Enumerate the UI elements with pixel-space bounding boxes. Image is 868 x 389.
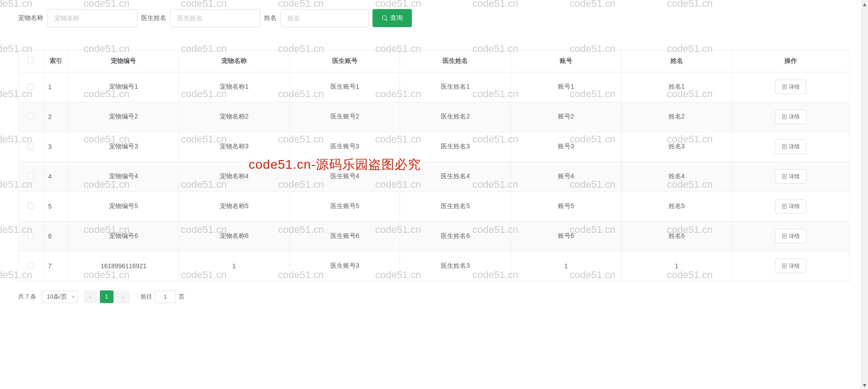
detail-button[interactable]: 详情 (775, 229, 807, 243)
cell-name: 姓名5 (621, 191, 732, 221)
row-checkbox[interactable] (28, 143, 34, 149)
jump-prefix: 前往 (141, 293, 152, 301)
doctor-input[interactable] (170, 9, 260, 27)
row-checkbox[interactable] (28, 113, 34, 119)
label-name: 姓名 (264, 14, 277, 22)
table-header-row: 索引 宠物编号 宠物名称 医生账号 医生姓名 账号 姓名 操作 (19, 50, 849, 72)
document-icon (782, 263, 787, 269)
th-doctoracc: 医生账号 (289, 50, 400, 72)
detail-button[interactable]: 详情 (775, 109, 807, 124)
table-row: 5宠物编号5宠物名称5医生账号5医生姓名5账号5姓名5详情 (19, 191, 849, 221)
cell-petname: 1 (179, 251, 290, 281)
detail-button[interactable]: 详情 (775, 139, 807, 154)
cell-doctoracc: 医生账号2 (289, 102, 400, 132)
search-item-petname: 宠物名称 (18, 9, 137, 27)
scroll-up-arrow[interactable]: ▴ (862, 0, 867, 8)
detail-label: 详情 (789, 232, 800, 240)
th-doctorname: 医生姓名 (400, 50, 511, 72)
cell-doctoracc: 医生账号3 (289, 251, 400, 281)
cell-account: 1 (511, 251, 622, 281)
cell-doctoracc: 医生账号6 (289, 221, 400, 251)
detail-button[interactable]: 详情 (775, 80, 807, 94)
document-icon (782, 174, 787, 179)
jump-input[interactable] (155, 290, 176, 303)
total-text: 共 7 条 (18, 293, 36, 301)
row-checkbox[interactable] (28, 262, 34, 269)
cell-doctoracc: 医生账号4 (289, 161, 400, 191)
prev-page-button[interactable]: ‹ (84, 290, 97, 303)
watermark-text: code51.cn (667, 0, 713, 9)
detail-label: 详情 (789, 113, 800, 121)
cell-petname: 宠物名称4 (179, 161, 290, 191)
detail-label: 详情 (789, 83, 800, 91)
chevron-down-icon: ▾ (72, 294, 75, 300)
scrollbar[interactable]: ▴ ▾ (861, 0, 868, 312)
row-checkbox[interactable] (28, 203, 34, 209)
jump-suffix: 页 (179, 293, 184, 301)
cell-petname: 宠物名称3 (179, 132, 290, 161)
cell-index: 6 (43, 221, 68, 251)
cell-name: 1 (621, 251, 732, 281)
th-index: 索引 (43, 50, 68, 72)
cell-petno: 宠物编号6 (68, 221, 179, 251)
cell-account: 账号4 (511, 161, 622, 191)
watermark-text: code51.cn (0, 0, 33, 9)
search-button[interactable]: 查询 (373, 9, 412, 27)
cell-account: 账号1 (511, 72, 622, 102)
document-icon (782, 114, 787, 119)
table-row: 4宠物编号4宠物名称4医生账号4医生姓名4账号4姓名4详情 (19, 161, 849, 191)
watermark-text: code51.cn (181, 0, 227, 9)
th-op: 操作 (732, 50, 849, 72)
cell-petno: 1618996116921 (68, 251, 179, 281)
cell-doctorname: 医生姓名6 (400, 221, 511, 251)
page-size-value: 10条/页 (47, 293, 66, 301)
cell-index: 1 (43, 72, 68, 102)
cell-index: 7 (43, 251, 68, 281)
detail-label: 详情 (789, 262, 800, 270)
cell-doctoracc: 医生账号5 (289, 191, 400, 221)
th-petno: 宠物编号 (68, 50, 179, 72)
cell-doctorname: 医生姓名4 (400, 161, 511, 191)
cell-doctorname: 医生姓名3 (400, 251, 511, 281)
select-all-checkbox[interactable] (28, 57, 34, 63)
cell-petname: 宠物名称2 (179, 102, 290, 132)
th-petname: 宠物名称 (179, 50, 290, 72)
cell-name: 姓名4 (621, 161, 732, 191)
watermark-text: code51.cn (375, 0, 421, 9)
cell-doctoracc: 医生账号1 (289, 72, 400, 102)
cell-petno: 宠物编号5 (68, 191, 179, 221)
pagination: 共 7 条 10条/页 ▾ ‹ 1 › 前往 页 (18, 290, 850, 303)
search-item-name: 姓名 (264, 9, 369, 27)
cell-doctorname: 医生姓名2 (400, 102, 511, 132)
search-icon (382, 15, 388, 21)
search-button-label: 查询 (390, 14, 403, 22)
cell-petno: 宠物编号3 (68, 132, 179, 161)
next-page-button[interactable]: › (116, 290, 130, 303)
watermark-text: code51.cn (472, 0, 519, 9)
page-size-select[interactable]: 10条/页 ▾ (42, 290, 78, 303)
detail-button[interactable]: 详情 (775, 169, 807, 184)
cell-name: 姓名6 (621, 221, 732, 251)
row-checkbox[interactable] (28, 83, 34, 90)
detail-button[interactable]: 详情 (775, 259, 807, 273)
petname-input[interactable] (47, 9, 137, 27)
name-input[interactable] (280, 9, 369, 27)
page-1[interactable]: 1 (100, 290, 113, 303)
table-row: 716189961169211医生账号3医生姓名311详情 (19, 251, 849, 281)
detail-button[interactable]: 详情 (775, 199, 807, 213)
row-checkbox[interactable] (28, 232, 34, 239)
search-bar: 宠物名称 医生姓名 姓名 查询 (18, 9, 850, 27)
detail-label: 详情 (789, 203, 800, 210)
document-icon (782, 204, 787, 209)
cell-name: 姓名2 (621, 102, 732, 132)
th-name: 姓名 (621, 50, 732, 72)
cell-petno: 宠物编号1 (68, 72, 179, 102)
document-icon (782, 84, 787, 90)
cell-doctorname: 医生姓名1 (400, 72, 511, 102)
cell-index: 3 (43, 132, 68, 161)
cell-petno: 宠物编号4 (68, 161, 179, 191)
detail-label: 详情 (789, 173, 800, 180)
cell-account: 账号6 (511, 221, 622, 251)
row-checkbox[interactable] (28, 173, 34, 179)
watermark-text: code51.cn (570, 0, 616, 9)
